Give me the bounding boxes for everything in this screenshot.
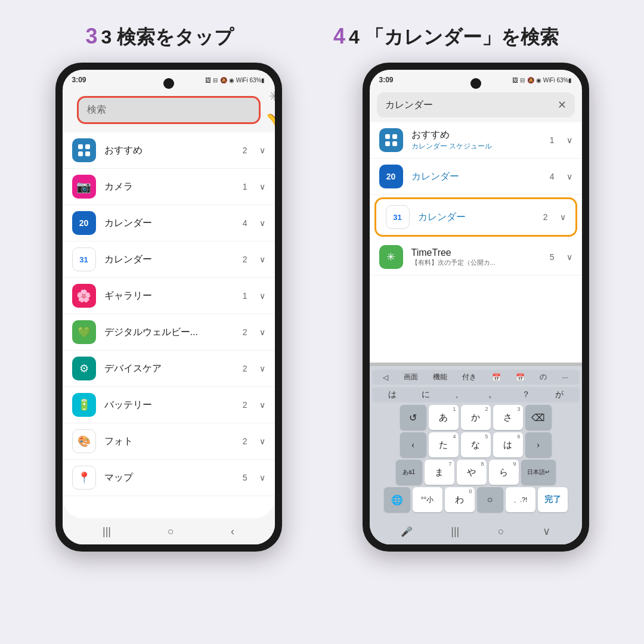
svg-rect-4 [385,134,390,139]
hand-cursor-icon: 🤚 [264,97,275,132]
close-icon[interactable]: ✕ [558,98,566,112]
result-text: カレンダー [418,211,535,224]
chevron-icon: ∨ [259,255,265,264]
key-prev[interactable]: ‹ [400,432,426,457]
result-icon-grid [379,128,403,152]
search-bar-2[interactable]: カレンダー ✕ [377,92,575,117]
list-item[interactable]: 31 カレンダー 2 ∨ [63,242,275,278]
key-a[interactable]: 1 あ [429,405,459,430]
bottom-nav-2: 🎤 ||| ○ ∨ [370,518,582,544]
down-button[interactable]: ∨ [543,525,550,538]
back-button[interactable]: ‹ [231,525,234,538]
app-name: カレンダー [104,253,234,266]
key-ni[interactable]: に [422,389,430,400]
list-item[interactable]: 📍 マップ 5 ∨ [63,460,275,496]
app-icon-battery: 🔋 [72,393,96,417]
search-text: カレンダー [385,99,433,112]
globe-key[interactable]: 🌐 [384,487,410,512]
recent-apps-button-2[interactable]: ||| [451,525,459,538]
key-period[interactable]: 。 [488,389,497,400]
svg-rect-6 [385,141,390,146]
result-text: おすすめ カレンダー スケジュール [411,129,541,151]
app-name: マップ [104,472,234,484]
app-icon-cal-blue: 20 [72,211,96,235]
key-japanese[interactable]: 日本語↵ [521,460,556,485]
key-ha2[interactable]: 6 は [493,432,523,457]
home-button[interactable]: ○ [168,525,174,538]
recent-apps-button[interactable]: ||| [103,525,111,538]
result-text: TimeTree 【有料】次の予定（公開カ... [411,247,541,267]
chevron-icon: ∨ [259,400,265,410]
app-count: 2 [243,145,247,155]
time-1: 3:09 [72,76,86,84]
home-button-2[interactable]: ○ [498,525,504,538]
key-more[interactable]: ··· [562,373,568,382]
key-sa[interactable]: 3 さ [493,405,523,430]
keyboard-row-4: 🌐 °°小 0 わ ○ 、.?! 完了 [372,487,580,512]
app-name: カメラ [104,181,234,193]
list-item[interactable]: 💚 デジタルウェルビー... 2 ∨ [63,314,275,351]
key-no[interactable]: の [540,372,547,382]
list-item[interactable]: 🌸 ギャラリー 1 ∨ [63,278,275,314]
backspace-key[interactable]: ⌫ [525,405,552,430]
key-cal1[interactable]: 📅 [492,373,501,382]
app-icon-maps: 📍 [72,466,96,490]
app-icon-cal-google: 31 [72,247,96,271]
key-ga[interactable]: が [555,389,564,400]
result-item[interactable]: 20 カレンダー 4 ∨ [370,159,582,195]
key-gamen[interactable]: 画面 [404,372,418,382]
key-cal2[interactable]: 📅 [516,373,525,382]
list-item[interactable]: おすすめ 2 ∨ [63,132,275,169]
app-icon-devicecare: ⚙ [72,357,96,380]
result-item-highlighted[interactable]: 31 カレンダー 2 ∨ [376,199,575,235]
key-wa[interactable]: 0 わ [445,487,475,512]
key-tsuki[interactable]: 付き [462,372,476,382]
svg-rect-1 [85,144,90,149]
list-item[interactable]: 📷 カメラ 1 ∨ [63,169,275,205]
key-ra[interactable]: 9 ら [489,460,519,485]
key-na[interactable]: 5 な [461,432,491,457]
search-placeholder: 検索 [87,104,106,114]
key-question[interactable]: ？ [522,389,530,400]
chevron-icon: ∨ [259,364,265,373]
key-ko[interactable]: °°小 [413,487,442,512]
chevron-icon: ∨ [259,145,265,155]
app-name: ギャラリー [104,290,234,302]
list-item[interactable]: 🎨 フォト 2 ∨ [63,423,275,460]
app-icon-gallery: 🌸 [72,284,96,308]
key-comma[interactable]: 、 [455,389,463,400]
list-item[interactable]: 🔋 バッテリー 2 ∨ [63,387,275,423]
list-item[interactable]: 20 カレンダー 4 ∨ [63,205,275,242]
key-punct[interactable]: 、.?! [506,487,535,512]
keyboard-back-icon[interactable]: ◁ [383,373,388,382]
key-next[interactable]: › [525,432,552,457]
svg-rect-5 [392,134,397,139]
app-count: 2 [243,364,247,373]
keyboard-row-1: ↺ 1 あ 2 か 3 さ ⌫ [372,405,580,430]
key-done[interactable]: 完了 [538,487,568,512]
svg-rect-0 [78,144,83,149]
search-bar-1[interactable]: 検索 [77,96,261,124]
key-kino[interactable]: 機能 [433,372,447,382]
key-circle[interactable]: ○ [477,487,503,512]
result-item[interactable]: おすすめ カレンダー スケジュール 1 ∨ [370,122,582,159]
chevron-icon: ∨ [259,436,265,446]
key-ya[interactable]: 8 や [457,460,487,485]
key-aa1[interactable]: あa1 [396,460,422,485]
app-count: 4 [243,218,247,228]
chevron-icon: ∨ [259,473,265,482]
result-item[interactable]: ✳ TimeTree 【有料】次の予定（公開カ... 5 ∨ [370,239,582,275]
app-icon-photos: 🎨 [72,429,96,453]
list-item[interactable]: ⚙ デバイスケア 2 ∨ [63,351,275,387]
key-ka[interactable]: 2 か [461,405,491,430]
keyboard[interactable]: ◁ 画面 機能 付き 📅 📅 の ··· は に 、 。 ？ が [370,366,582,518]
chevron-icon: ∨ [259,218,265,228]
key-ta[interactable]: 4 た [429,432,459,457]
app-icon-wellbeing: 💚 [72,320,96,344]
key-ma[interactable]: 7 ま [425,460,454,485]
app-count: 2 [243,400,247,410]
key-ha[interactable]: は [388,389,397,400]
highlighted-result[interactable]: 31 カレンダー 2 ∨ [374,197,577,237]
key-cycle[interactable]: ↺ [400,405,426,430]
mic-icon[interactable]: 🎤 [401,526,413,537]
